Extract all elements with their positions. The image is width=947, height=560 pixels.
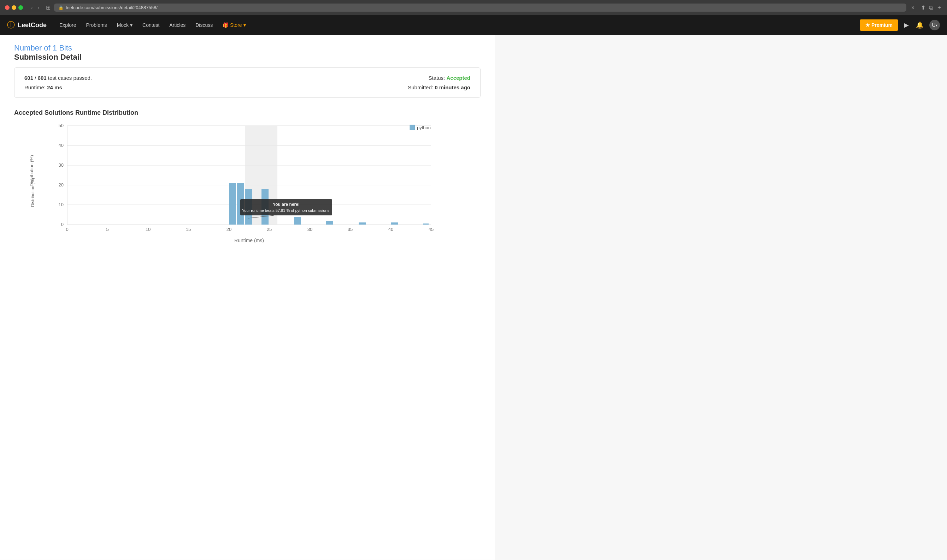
svg-rect-27	[240, 199, 332, 215]
navbar: ⓛ LeetCode Explore Problems Mock ▾ Conte…	[0, 15, 947, 35]
runtime-text: Runtime: 24 ms	[25, 85, 92, 91]
chart-svg: 50 40 30 20 10 0	[39, 122, 449, 249]
svg-text:25: 25	[267, 227, 272, 232]
svg-rect-25	[410, 125, 415, 130]
main-content: Number of 1 Bits Submission Detail 601 /…	[0, 35, 495, 560]
close-tab-icon[interactable]: ×	[911, 5, 915, 11]
address-bar[interactable]: 🔒 leetcode.com/submissions/detail/204887…	[54, 3, 906, 12]
svg-text:10: 10	[146, 227, 151, 232]
close-button[interactable]	[5, 5, 9, 10]
lock-icon: 🔒	[58, 5, 63, 10]
result-box: 601 / 601 test cases passed. Runtime: 24…	[14, 68, 481, 98]
browser-chrome: ‹ › ⊞ 🔒 leetcode.com/submissions/detail/…	[0, 0, 947, 15]
svg-text:Runtime (ms): Runtime (ms)	[234, 238, 264, 243]
svg-text:20: 20	[227, 227, 231, 232]
store-dropdown-icon: ▾	[244, 22, 246, 28]
nav-problems[interactable]: Problems	[82, 19, 111, 31]
nav-explore[interactable]: Explore	[55, 19, 80, 31]
svg-text:30: 30	[307, 227, 312, 232]
chart-title: Accepted Solutions Runtime Distribution	[14, 109, 481, 117]
runtime-value: 24 ms	[47, 85, 62, 91]
svg-text:45: 45	[429, 227, 433, 232]
chart-section: Accepted Solutions Runtime Distribution …	[14, 109, 481, 249]
forward-button[interactable]: ›	[36, 4, 41, 11]
premium-button[interactable]: ★ Premium	[860, 19, 898, 31]
status-label: Status:	[429, 75, 445, 81]
logo-icon: ⓛ	[7, 20, 15, 30]
svg-text:20: 20	[59, 182, 63, 188]
svg-text:Your runtime beats 57.91 % of : Your runtime beats 57.91 % of python sub…	[242, 208, 330, 212]
nav-right: ★ Premium ▶ 🔔 U ▾	[860, 19, 940, 31]
svg-text:40: 40	[59, 143, 63, 148]
bar-20ms	[229, 183, 236, 225]
nav-store[interactable]: 🎁 Store ▾	[218, 19, 250, 31]
test-cases-passed: 601	[25, 75, 33, 81]
nav-mock[interactable]: Mock ▾	[113, 19, 137, 31]
url-text: leetcode.com/submissions/detail/20488755…	[66, 5, 157, 10]
nav-discuss[interactable]: Discuss	[191, 19, 217, 31]
result-right: Status: Accepted Submitted: 0 minutes ag…	[408, 75, 470, 91]
svg-text:35: 35	[348, 227, 353, 232]
result-left: 601 / 601 test cases passed. Runtime: 24…	[25, 75, 92, 91]
share-button[interactable]: ⬆	[921, 4, 925, 11]
tab-grid-icon: ⊞	[46, 4, 51, 11]
bar-40ms	[391, 222, 398, 225]
svg-text:0: 0	[66, 227, 68, 232]
svg-text:You are here!: You are here!	[273, 202, 300, 207]
submission-detail-title: Submission Detail	[14, 52, 481, 62]
nav-articles[interactable]: Articles	[165, 19, 190, 31]
mock-dropdown-icon: ▾	[130, 22, 133, 28]
traffic-lights	[5, 5, 23, 10]
runtime-label: Runtime:	[25, 85, 46, 91]
problem-title-link[interactable]: Number of 1 Bits	[14, 43, 72, 52]
avatar[interactable]: U ▾	[929, 20, 940, 30]
svg-text:40: 40	[388, 227, 393, 232]
bar-45ms	[423, 223, 429, 225]
test-cases-label: test cases passed.	[48, 75, 92, 81]
submitted-line: Submitted: 0 minutes ago	[408, 85, 470, 91]
svg-text:10: 10	[59, 202, 63, 207]
status-value: Accepted	[446, 75, 470, 81]
svg-text:50: 50	[59, 123, 63, 128]
notification-button[interactable]: 🔔	[915, 20, 925, 30]
svg-text:5: 5	[106, 227, 108, 232]
bar-28ms	[294, 217, 301, 225]
logo-text: LeetCode	[18, 22, 47, 29]
terminal-button[interactable]: ▶	[902, 20, 910, 30]
y-axis-label-div: Distribution (%)	[29, 155, 34, 186]
test-cases-total: 601	[38, 75, 47, 81]
svg-text:15: 15	[186, 227, 191, 232]
navbar-logo[interactable]: ⓛ LeetCode	[7, 20, 47, 30]
nav-contest[interactable]: Contest	[138, 19, 163, 31]
fullscreen-button[interactable]	[19, 5, 23, 10]
minimize-button[interactable]	[12, 5, 16, 10]
submitted-value: 0 minutes ago	[435, 85, 470, 91]
svg-text:python: python	[417, 125, 431, 130]
add-tab-button[interactable]: ＋	[936, 4, 942, 11]
nav-links: Explore Problems Mock ▾ Contest Articles…	[55, 19, 860, 31]
bar-36ms	[359, 222, 366, 225]
avatar-dropdown-icon: ▾	[936, 23, 938, 27]
nav-arrows: ‹ ›	[29, 4, 41, 11]
svg-text:30: 30	[59, 162, 63, 168]
status-line: Status: Accepted	[408, 75, 470, 81]
back-button[interactable]: ‹	[29, 4, 35, 11]
test-cases-text: 601 / 601 test cases passed.	[25, 75, 92, 81]
browser-actions: ⬆ ⧉ ＋	[921, 4, 942, 11]
bar-32ms	[326, 221, 333, 225]
fullscreen-view-button[interactable]: ⧉	[929, 4, 933, 11]
svg-text:0: 0	[61, 222, 63, 227]
submitted-label: Submitted:	[408, 85, 433, 91]
